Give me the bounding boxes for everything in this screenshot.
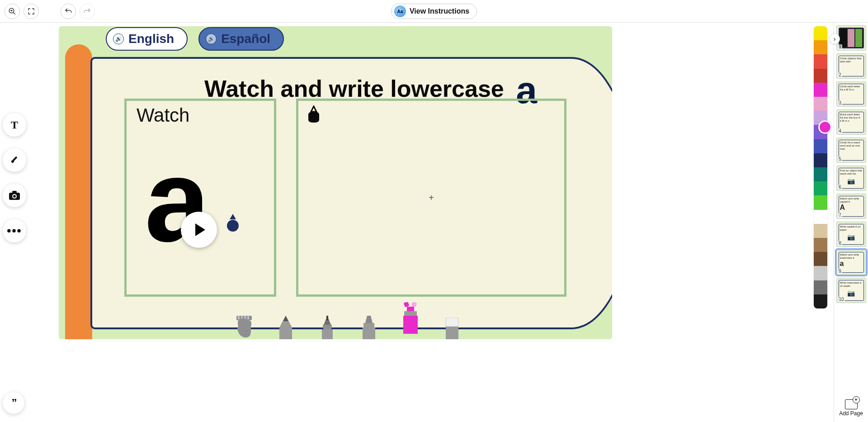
svg-rect-29 [403,316,418,334]
thumbnail-page[interactable]: •••Watch and write lowercase aa9 [836,250,866,275]
marker-tool[interactable] [356,316,382,339]
thumbnail-page[interactable]: Write capital A on paper📷8 [836,222,866,247]
english-label: English [128,32,174,46]
watch-panel: Watch a [124,99,276,297]
thumbnail-number: 6 [838,185,843,190]
undo-icon [64,7,72,15]
thumbnail-page[interactable]: Watch and write capital AA7 [836,194,866,219]
redo-button[interactable] [80,4,95,19]
marker-icon [360,316,378,339]
svg-point-10 [227,220,239,232]
language-switch: 🔊 English 🔊 Español [106,27,284,51]
thumbnail-page[interactable]: Find an object that starts with Aa📷6 [836,166,866,191]
color-picker-strip[interactable] [814,26,827,308]
fullscreen-button[interactable] [24,4,39,19]
slide-canvas[interactable]: 🔊 English 🔊 Español Watch and write lowe… [59,26,612,339]
color-swatch[interactable] [814,224,827,238]
collapse-thumbnails-button[interactable]: › [829,33,840,44]
caption-tool-button[interactable]: ” [3,392,24,414]
svg-rect-24 [363,327,375,339]
camera-tool-button[interactable] [3,184,26,207]
color-swatch[interactable] [814,97,827,111]
spanish-label: Español [221,32,270,46]
camera-icon [9,190,20,200]
add-page-icon [845,399,858,409]
color-swatch[interactable] [814,40,827,54]
color-swatch[interactable] [814,54,827,68]
watch-label: Watch [137,104,189,126]
left-tool-column: T ••• [3,113,26,242]
text-icon: T [11,119,18,131]
thumbnail-number: 10 [838,297,845,302]
english-button[interactable]: 🔊 English [106,27,188,51]
color-swatch[interactable] [814,210,827,224]
color-swatch[interactable] [814,26,827,40]
thumbnail-number: 8 [838,241,843,246]
color-swatch[interactable] [814,294,827,308]
microphone-tool-button[interactable] [3,148,26,172]
instructions-avatar-icon: Aa [394,5,406,17]
thumbnail-page[interactable]: Write lowercase a on paper📷10 [836,278,866,303]
thumbnail-page[interactable]: Circle Aa in each word and as nna man5 [836,138,866,163]
redo-icon [83,7,91,15]
thumbnail-number: 2 [838,72,843,77]
svg-marker-17 [283,316,288,321]
thumbnail-page[interactable]: 1 [836,25,866,51]
svg-line-1 [13,12,15,14]
inkwell-icon [306,105,322,123]
spanish-button[interactable]: 🔊 Español [198,27,284,51]
color-swatch[interactable] [814,238,827,252]
eraser-tool[interactable] [439,318,465,339]
pencil-tool[interactable] [273,316,298,339]
color-swatch[interactable] [814,195,827,209]
svg-rect-28 [404,311,417,316]
highlighter-tool[interactable] [398,302,423,334]
current-color-indicator[interactable] [818,120,832,134]
thumbnail-page[interactable]: Move each letter Aa into the box A a M m… [836,109,866,135]
quote-icon: ” [12,397,16,409]
add-page-button[interactable]: Add Page [839,395,863,422]
write-panel[interactable]: + [296,99,566,297]
thumbnail-number: 3 [838,100,843,105]
drawing-toolbar [231,310,465,339]
thumbnail-page[interactable]: Circle objects that start with2 [836,53,866,79]
thumbnail-number: 5 [838,156,843,161]
microphone-icon [9,155,20,166]
color-swatch[interactable] [814,181,827,195]
view-instructions-label: View Instructions [410,7,469,15]
text-tool-button[interactable]: T [3,113,26,137]
book-spine-decoration [65,44,92,339]
headline-letter: a [516,79,537,101]
ellipsis-icon: ••• [7,224,22,238]
thumbnail-panel: 1Circle objects that start with2Circle e… [834,23,868,422]
svg-rect-25 [404,302,410,307]
highlighter-icon [401,302,420,334]
color-swatch[interactable] [814,69,827,83]
svg-rect-9 [12,191,17,193]
add-page-label: Add Page [839,410,863,417]
play-button[interactable] [181,212,217,248]
color-swatch[interactable] [814,167,827,181]
svg-rect-31 [446,327,458,339]
undo-button[interactable] [61,4,76,19]
eraser-icon [443,318,461,339]
color-swatch[interactable] [814,280,827,294]
speaker-icon: 🔊 [113,33,124,44]
thumbnail-page[interactable]: Circle each letter Aa a M S m3 [836,81,866,107]
more-tools-button[interactable]: ••• [3,219,26,242]
svg-rect-5 [12,156,17,161]
svg-rect-27 [407,307,414,311]
pencil-icon [277,316,295,339]
view-instructions-button[interactable]: Aa View Instructions [391,4,477,19]
svg-point-8 [13,195,16,198]
color-swatch[interactable] [814,83,827,97]
zoom-in-button[interactable] [5,4,20,19]
thumbnail-number: 4 [838,128,843,133]
color-swatch[interactable] [814,153,827,167]
color-swatch[interactable] [814,139,827,153]
color-swatch[interactable] [814,266,827,280]
move-tool[interactable] [231,315,257,339]
color-swatch[interactable] [814,252,827,266]
pen-tool[interactable] [315,316,340,339]
stroke-start-arrow-icon [225,205,241,232]
